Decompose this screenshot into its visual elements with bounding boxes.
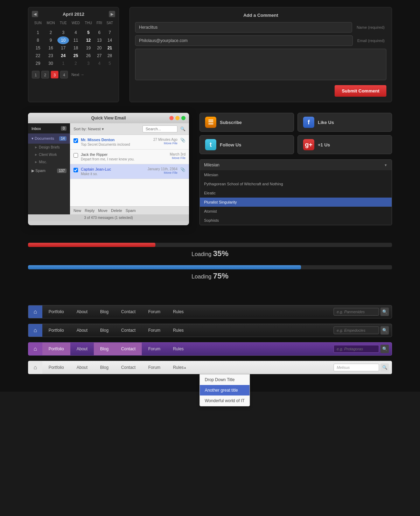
calendar-day[interactable]: [69, 26, 82, 29]
comment-email-input[interactable]: [135, 35, 353, 46]
navbar3-search-button[interactable]: 🔍: [380, 345, 389, 353]
email-sidebar-documents[interactable]: ▾ Documents 14: [28, 133, 70, 144]
email-btn-spam[interactable]: Spam: [126, 208, 136, 213]
calendar-day[interactable]: 15: [32, 44, 44, 52]
navbar3-about[interactable]: About: [70, 343, 94, 355]
navbar4-blog[interactable]: Blog: [94, 361, 115, 374]
cal-page-1[interactable]: 1: [32, 71, 40, 78]
calendar-day[interactable]: 26: [83, 52, 94, 60]
navbar3-search-input[interactable]: [334, 345, 379, 353]
navbar1-search-button[interactable]: 🔍: [380, 308, 389, 316]
email-item-1[interactable]: Mr. Misses Denton Top Secret Documents i…: [70, 135, 189, 150]
calendar-day[interactable]: 5: [104, 60, 115, 67]
calendar-day[interactable]: 5: [83, 29, 94, 36]
calendar-day[interactable]: [83, 26, 94, 29]
navbar3-portfolio[interactable]: Portfolio: [42, 343, 70, 355]
window-close-button[interactable]: [169, 116, 174, 120]
navbar1-forum[interactable]: Forum: [142, 305, 167, 318]
follow-us-button[interactable]: t Follow Us: [200, 135, 294, 154]
calendar-day[interactable]: [44, 26, 57, 29]
navbar2-contact[interactable]: Contact: [115, 324, 142, 337]
email-btn-delete[interactable]: Delete: [111, 208, 122, 213]
calendar-day[interactable]: 30: [44, 60, 57, 67]
email-btn-new[interactable]: New: [74, 208, 81, 213]
calendar-day[interactable]: 1: [32, 29, 44, 36]
calendar-day[interactable]: 2: [69, 60, 82, 67]
calendar-day[interactable]: 8: [32, 36, 44, 44]
calendar-day[interactable]: 29: [32, 60, 44, 67]
navbar2-forum[interactable]: Forum: [142, 324, 167, 337]
comment-submit-button[interactable]: Submit Comment: [335, 85, 386, 97]
plus-one-button[interactable]: g+ +1 Us: [298, 135, 392, 154]
calendar-day[interactable]: 9: [44, 36, 57, 44]
calendar-next-button[interactable]: ▶: [109, 11, 115, 17]
email-subfolder-design[interactable]: ▶ Design Briefs: [28, 144, 70, 151]
calendar-day[interactable]: 25: [69, 52, 82, 60]
calendar-day[interactable]: [94, 26, 105, 29]
calendar-day[interactable]: 10: [57, 36, 69, 44]
navbar1-blog[interactable]: Blog: [94, 305, 115, 318]
dropdown-option-milesian[interactable]: Milesian: [200, 170, 392, 179]
navbar3-rules[interactable]: Rules: [167, 343, 190, 355]
calendar-day[interactable]: 6: [94, 29, 105, 36]
calendar-day[interactable]: 16: [44, 44, 57, 52]
navbar2-portfolio[interactable]: Portfolio: [42, 324, 70, 337]
cal-page-2[interactable]: 2: [41, 71, 49, 78]
window-maximize-button[interactable]: [181, 116, 186, 120]
email-item-2[interactable]: Jack the Ripper Depart from me, I never …: [70, 150, 189, 164]
email-checkbox-1[interactable]: [74, 138, 78, 143]
navbar3-blog[interactable]: Blog: [94, 343, 115, 355]
dropdown-option-sophists[interactable]: Sophists: [200, 216, 392, 225]
comment-name-input[interactable]: [135, 22, 352, 33]
email-checkbox-3[interactable]: [74, 168, 78, 172]
calendar-day[interactable]: 2: [44, 29, 57, 36]
email-btn-reply[interactable]: Reply: [85, 208, 94, 213]
navbar2-blog[interactable]: Blog: [94, 324, 115, 337]
subscribe-button[interactable]: ☰ Subscribe: [200, 113, 294, 132]
cal-page-3[interactable]: 3: [51, 71, 58, 78]
calendar-prev-button[interactable]: ◀: [32, 11, 38, 17]
navbar1-home-button[interactable]: ⌂: [28, 305, 42, 318]
navbar4-forum[interactable]: Forum: [142, 361, 167, 374]
navbar1-portfolio[interactable]: Portfolio: [42, 305, 70, 318]
navbar4-search-button[interactable]: 🔍: [380, 363, 389, 372]
calendar-day[interactable]: 28: [104, 52, 115, 60]
comment-body-textarea[interactable]: [135, 49, 386, 80]
calendar-day[interactable]: [104, 26, 115, 29]
navbar2-about[interactable]: About: [70, 324, 94, 337]
navbar4-about[interactable]: About: [70, 361, 94, 374]
dropdown-option-eleatic[interactable]: Eleatic: [200, 188, 392, 198]
dropdown-option-atomist[interactable]: Atomist: [200, 207, 392, 216]
calendar-day[interactable]: 21: [104, 44, 115, 52]
calendar-day[interactable]: 19: [83, 44, 94, 52]
window-minimize-button[interactable]: [175, 116, 180, 120]
navbar1-rules[interactable]: Rules: [167, 305, 190, 318]
navbar4-rules[interactable]: Rules ▲: [167, 361, 193, 374]
navbar2-search-input[interactable]: [334, 326, 379, 334]
email-sidebar-inbox[interactable]: Inbox 0: [28, 123, 70, 133]
calendar-day[interactable]: 24: [57, 52, 69, 60]
navbar3-forum[interactable]: Forum: [142, 343, 167, 355]
navbar4-search-input[interactable]: [334, 364, 379, 371]
calendar-day[interactable]: 3: [83, 60, 94, 67]
calendar-day[interactable]: 14: [104, 36, 115, 44]
dropdown-nav-item-3[interactable]: Wonderful world of IT: [200, 395, 250, 406]
navbar2-home-button[interactable]: ⌂: [28, 324, 42, 337]
dropdown-nav-item-1[interactable]: Drop Down Title: [200, 374, 250, 385]
calendar-day[interactable]: 7: [104, 29, 115, 36]
calendar-day[interactable]: 4: [94, 60, 105, 67]
email-btn-move[interactable]: Move: [98, 208, 107, 213]
navbar4-contact[interactable]: Contact: [115, 361, 142, 374]
navbar1-contact[interactable]: Contact: [115, 305, 142, 318]
dropdown-header[interactable]: Milesian ▼: [200, 160, 392, 170]
navbar3-contact[interactable]: Contact: [115, 343, 142, 355]
email-item-3[interactable]: Captain Jean-Luc Make it so. January 11t…: [70, 164, 189, 179]
email-sort-label[interactable]: Sort by: Newest ▾: [74, 127, 104, 131]
navbar2-rules[interactable]: Rules: [167, 324, 190, 337]
dropdown-nav-item-2[interactable]: Another great title: [200, 385, 250, 395]
calendar-day[interactable]: 20: [94, 44, 105, 52]
email-checkbox-2[interactable]: [74, 153, 78, 158]
dropdown-option-pythagorean[interactable]: Pythagorean School of Witchcraft and Not…: [200, 179, 392, 188]
cal-page-4[interactable]: 4: [60, 71, 68, 78]
calendar-day[interactable]: [57, 26, 69, 29]
